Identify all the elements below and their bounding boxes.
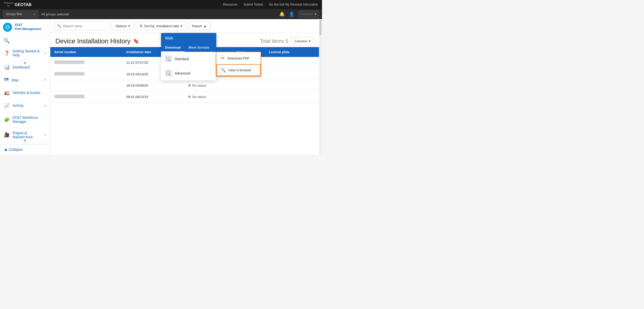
sort-button[interactable]: ⇅ Sort by: Installation date ▾ <box>136 22 186 30</box>
activity-chevron: ▾ <box>45 104 46 107</box>
sidebar-item-workforce[interactable]: 🧩 AT&T Workforce Manager <box>0 112 50 127</box>
username-text <box>301 14 313 15</box>
activity-icon: 📈 <box>4 103 10 108</box>
collapse-label: Collapse <box>9 148 22 152</box>
advanced-icon-svg: xls <box>166 71 171 76</box>
search-icon[interactable]: 🔍 <box>4 38 10 43</box>
cell-license-1 <box>265 57 319 68</box>
groups-filter-chevron: ▾ <box>34 13 35 16</box>
view-browser-label: View in browser <box>228 68 252 72</box>
cell-status-3: No status <box>184 80 233 91</box>
submenu-item-view-browser[interactable]: 🔍 View in browser <box>216 64 261 76</box>
toolbar: 🔍 Options ▾ ⇅ Sort by: Installation date… <box>50 19 319 33</box>
sidebar-scroll-down-button[interactable]: ▼ <box>22 138 28 144</box>
total-items-text: Total items 5 <box>260 38 288 44</box>
standard-more-icon[interactable]: ⋮ <box>208 56 212 62</box>
table-row: 18:19 04/08/20 No status <box>50 80 319 91</box>
svg-text:GEOTAB: GEOTAB <box>15 3 31 7</box>
svg-text:xls: xls <box>168 74 171 75</box>
cell-license-3 <box>265 80 319 91</box>
report-button[interactable]: Report ▲ <box>188 22 210 30</box>
map-icon: 🗺 <box>4 77 9 83</box>
columns-chevron-icon: ▾ <box>309 39 311 43</box>
options-label: Options <box>115 24 127 28</box>
engine-chevron: ▾ <box>45 133 46 137</box>
report-dropdown-body: xls Standard ⋮ <box>161 52 216 81</box>
search-box-icon: 🔍 <box>57 24 61 28</box>
tab-more-formats[interactable]: More formats <box>185 44 213 51</box>
cell-serial-2 <box>50 68 122 80</box>
top-nav-links: Resources Submit Tickets Do Not Sell My … <box>223 3 318 6</box>
resources-link[interactable]: Resources <box>223 3 237 6</box>
col-license: License plate <box>265 47 319 57</box>
groups-filter-button[interactable]: Groups filter ▾ <box>3 11 38 18</box>
sidebar-item-getting-started[interactable]: ❓ Getting Started & Help ▾ <box>0 46 50 61</box>
advanced-more-icon[interactable]: ⋮ <box>208 71 212 76</box>
top-bar: Poweredby GEOTAB Resources Submit Ticket… <box>0 0 322 9</box>
getting-started-chevron: ▾ <box>45 52 46 55</box>
sidebar-item-activity[interactable]: 📈 Activity ▾ <box>0 99 50 112</box>
do-not-sell-link[interactable]: Do Not Sell My Personal Information <box>269 3 318 6</box>
sidebar-item-workforce-label: AT&T Workforce Manager <box>13 116 46 124</box>
columns-button[interactable]: Columns ▾ <box>291 37 314 45</box>
cell-serial-4 <box>50 91 122 103</box>
tab-download[interactable]: Download <box>161 44 185 52</box>
sidebar: AT&T Fleet Management 🔍 ▲ ❓ Getting Star… <box>0 19 50 155</box>
engine-icon: 🎥 <box>4 132 10 138</box>
sidebar-item-activity-label: Activity <box>13 104 42 108</box>
scrollbar-thumb[interactable] <box>319 20 321 35</box>
submit-tickets-link[interactable]: Submit Tickets <box>244 3 263 6</box>
groups-filter-label: Groups filter <box>6 12 22 16</box>
search-input[interactable] <box>63 24 103 28</box>
standard-icon-svg: xls <box>166 56 171 61</box>
att-logo-svg <box>5 24 11 30</box>
sidebar-item-vehicles[interactable]: 🚛 Vehicles & Assets <box>0 86 50 99</box>
sidebar-item-vehicles-label: Vehicles & Assets <box>13 91 46 95</box>
view-browser-icon: 🔍 <box>221 68 226 73</box>
report-item-standard-left: xls Standard <box>165 55 189 62</box>
sidebar-scroll-up-button[interactable]: ▲ <box>22 59 28 65</box>
geotab-logo: GEOTAB <box>15 2 35 7</box>
submenu-item-download-pdf[interactable]: PDF Download PDF <box>216 52 261 64</box>
sidebar-item-map[interactable]: 🗺 Map ▾ <box>0 74 50 86</box>
bookmark-icon[interactable]: 🔖 <box>133 38 139 44</box>
sidebar-item-dashboard-label: Dashboard <box>13 65 46 69</box>
options-button[interactable]: Options ▾ <box>112 22 134 30</box>
sidebar-item-getting-started-label: Getting Started & Help <box>13 49 42 57</box>
main-content: 🔍 Options ▾ ⇅ Sort by: Installation date… <box>50 19 319 155</box>
att-logo <box>3 23 12 32</box>
cell-serial-3 <box>50 80 122 91</box>
report-item-advanced[interactable]: xls Advanced ⋮ <box>161 66 216 81</box>
sort-label: Sort by: Installation date <box>144 24 179 28</box>
sidebar-item-map-label: Map <box>12 78 42 82</box>
sidebar-search-icon[interactable]: 🔍 <box>0 36 50 46</box>
sort-chevron-icon: ▾ <box>181 24 182 28</box>
notifications-button[interactable]: 🔔 <box>279 11 285 17</box>
dashboard-icon: 📊 <box>4 64 10 70</box>
advanced-file-icon: xls <box>165 70 172 77</box>
user-profile-button[interactable]: 👤 <box>289 11 294 17</box>
cell-date-3: 18:19 04/08/20 <box>122 80 184 91</box>
user-menu-button[interactable]: ▾ <box>298 11 319 18</box>
sidebar-header: AT&T Fleet Management <box>0 19 50 36</box>
report-chevron-icon: ▲ <box>203 24 207 28</box>
map-chevron: ▾ <box>45 78 46 82</box>
cell-status-4: No status <box>184 91 233 103</box>
scrollbar-track[interactable] <box>319 19 322 155</box>
sort-icon: ⇅ <box>140 24 143 28</box>
report-dropdown-header: Web <box>161 33 216 44</box>
search-box[interactable]: 🔍 <box>54 22 110 30</box>
report-item-standard[interactable]: xls Standard ⋮ <box>161 52 216 66</box>
page-title-text: Device Installation History <box>55 37 131 45</box>
download-pdf-icon: PDF <box>220 55 225 61</box>
page-title: Device Installation History 🔖 <box>55 37 139 45</box>
sidebar-item-engine-label: Engine & Maintenance <box>13 131 42 139</box>
report-dropdown-overlay: Web Download More formats <box>161 33 216 81</box>
options-chevron-icon: ▾ <box>128 24 130 28</box>
svg-text:xls: xls <box>168 59 171 61</box>
report-dropdown: Web Download More formats <box>161 33 216 81</box>
cell-license-4 <box>265 91 319 103</box>
pdf-icon-svg: PDF <box>220 55 225 60</box>
sidebar-collapse-button[interactable]: ◀ Collapse <box>0 144 50 155</box>
standard-label: Standard <box>175 57 189 61</box>
